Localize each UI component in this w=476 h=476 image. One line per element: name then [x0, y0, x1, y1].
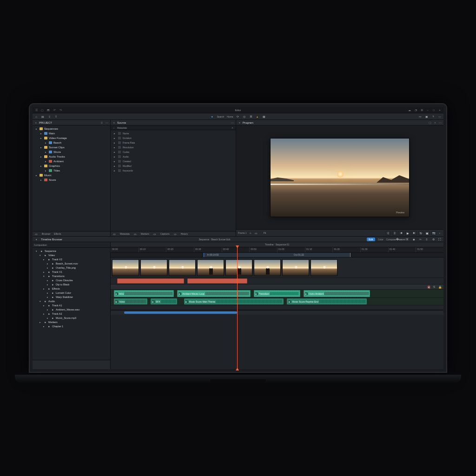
export-icon[interactable]: ⇧ [54, 115, 58, 119]
timeline-scrollbar[interactable] [111, 310, 443, 315]
window-max-icon[interactable]: □ [432, 108, 436, 112]
outline-item[interactable]: Markers [33, 320, 110, 324]
audio-track-a2[interactable]: VoiceSFXMusic Score Main ThemeMusic Scor… [111, 298, 443, 305]
project-item[interactable]: Graphics [33, 164, 110, 168]
project-item[interactable]: Audio Tracks [33, 154, 110, 159]
collapse-icon[interactable] [34, 121, 38, 125]
more-icon[interactable]: ⋯ [438, 115, 442, 119]
panel-list-icon[interactable]: ≡ [100, 121, 104, 125]
collapse-icon[interactable] [34, 238, 38, 241]
outline-item[interactable]: Transitions [33, 274, 110, 278]
project-item[interactable]: Video Footage [33, 136, 110, 140]
footer-icon[interactable]: ▭ [173, 232, 177, 236]
clip-thumbnail[interactable] [140, 259, 167, 276]
panel-menu-icon[interactable]: ⋯ [105, 121, 109, 125]
outline-item[interactable]: Beach_Sunset.mov [33, 261, 110, 265]
project-item[interactable]: Titles [33, 168, 110, 173]
program-viewer[interactable]: Preview [236, 126, 443, 229]
mark-in-button[interactable]: { [386, 231, 390, 235]
track-icon[interactable]: ≡ [425, 238, 429, 241]
import-icon[interactable]: ⇩ [47, 115, 51, 119]
footer-icon[interactable]: ▭ [133, 232, 137, 236]
loop-button[interactable]: ↻ [418, 231, 423, 235]
project-item[interactable]: Sunset Clips [33, 145, 110, 150]
file-icon[interactable]: ▢ [40, 108, 44, 112]
window-min-icon[interactable]: – [426, 108, 430, 112]
step-fwd-button[interactable]: ► [412, 231, 416, 235]
outline-item[interactable]: Track V2 [33, 257, 110, 261]
source-row[interactable]: Resolution [111, 145, 236, 150]
clip-thumbnail[interactable] [282, 259, 309, 276]
video-thumbnail-track[interactable] [111, 258, 443, 278]
undo-icon[interactable]: ↶ [53, 108, 56, 112]
safe-margins-button[interactable]: ▣ [425, 231, 430, 235]
source-footer-1[interactable]: Markers [141, 232, 149, 235]
outline-item[interactable]: Track A1 [33, 303, 110, 307]
outline-item[interactable]: Video [33, 253, 110, 257]
panel-dock-icon[interactable]: ▢ [428, 121, 432, 125]
source-row[interactable]: Modified [111, 164, 236, 168]
audio-clip[interactable]: SFX [151, 298, 177, 304]
project-item[interactable]: Shore [33, 150, 110, 154]
project-item[interactable]: Ambient [33, 159, 110, 164]
tab-prev-icon[interactable]: ‹ [112, 126, 116, 130]
clip-thumbnail[interactable] [112, 259, 139, 276]
outline-item[interactable]: Chapter 1 [33, 324, 110, 328]
menu-icon[interactable]: ☰ [34, 108, 38, 112]
source-footer-0[interactable]: Metadata [120, 232, 130, 235]
project-footer-tab-1[interactable]: Effects [54, 232, 61, 235]
source-footer-3[interactable]: History [181, 232, 188, 235]
audio-clip[interactable]: Intro [114, 290, 174, 297]
outline-item[interactable]: Cross Dissolve [33, 278, 110, 282]
project-item[interactable]: Score [33, 178, 110, 182]
audio-clip[interactable]: Outro Ambient [304, 290, 370, 297]
outline-tree[interactable]: SequenceVideoTrack V2Beach_Sunset.movOve… [33, 248, 110, 360]
search-label[interactable]: Search [217, 115, 224, 118]
source-row[interactable]: Codec [111, 150, 236, 154]
mute-icon[interactable]: 🔇 [427, 285, 430, 289]
outline-item[interactable]: Music_Score.mp3 [33, 316, 110, 320]
outline-item[interactable]: Sequence [33, 249, 110, 253]
expand-icon[interactable]: ⛶ [438, 238, 442, 241]
source-row[interactable]: Created [111, 159, 236, 164]
clip-thumbnail[interactable] [225, 259, 252, 276]
outline-item[interactable]: Ambient_Waves.wav [33, 307, 110, 311]
cloud-icon[interactable]: ☁ [408, 108, 411, 112]
project-item[interactable]: Main [33, 131, 110, 136]
link-icon[interactable]: ⌘ [249, 115, 253, 119]
gear-icon[interactable]: ⚙ [420, 108, 423, 112]
mark-out-button[interactable]: } [392, 231, 397, 235]
audio-clip[interactable]: Voice [114, 298, 147, 304]
tab-color[interactable]: Color [378, 238, 383, 241]
tab-close-icon[interactable]: × [231, 126, 234, 130]
grid-icon[interactable]: ▦ [262, 115, 266, 119]
bin-icon[interactable]: ▭ [34, 232, 38, 236]
window-close-icon[interactable]: × [438, 108, 442, 112]
chevron-right-icon[interactable]: › [438, 231, 442, 235]
bell-icon[interactable]: ◔ [414, 108, 417, 112]
save-icon[interactable]: ⬒ [46, 108, 50, 112]
target-icon[interactable]: ◎ [243, 115, 246, 119]
workspace-icon[interactable]: ▣ [425, 115, 429, 119]
audio-clip[interactable]: Ambient Waves Loop [177, 290, 251, 297]
project-item[interactable]: Beach [33, 140, 110, 145]
project-item[interactable]: Sequences [33, 126, 110, 131]
play-button[interactable]: ▶ [405, 231, 410, 235]
tab-compose[interactable]: Compose [386, 238, 396, 241]
sync-icon[interactable]: ⟳ [236, 115, 240, 119]
empty-track[interactable] [111, 305, 443, 310]
home-icon[interactable]: ⌂ [34, 115, 38, 119]
lock-icon[interactable]: 🔒 [438, 285, 442, 289]
outline-item[interactable]: Track V1 [33, 270, 110, 274]
link-icon[interactable]: ⌘ [405, 238, 409, 241]
home-label[interactable]: Home [227, 115, 233, 118]
tab-edit[interactable]: Edit [367, 238, 375, 241]
collapse-icon[interactable] [112, 121, 116, 125]
clip-thumbnail[interactable] [197, 259, 224, 276]
clip-thumbnail[interactable] [311, 259, 337, 276]
video-track-v1[interactable] [111, 278, 443, 284]
audio-clip[interactable]: Music Score Main Theme [184, 298, 284, 304]
project-footer-tab-0[interactable]: Browser [42, 232, 50, 235]
outline-item[interactable]: Effects [33, 286, 110, 291]
clip-thumbnail[interactable] [254, 259, 281, 276]
